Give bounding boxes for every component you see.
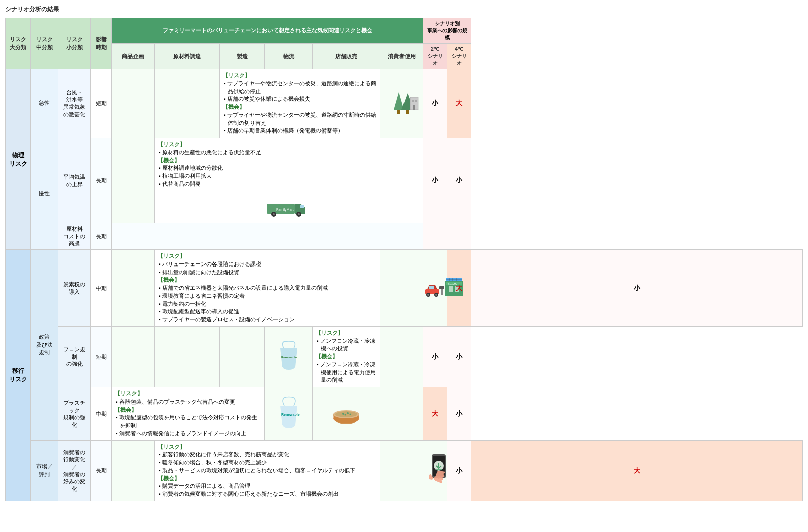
period-long2: 長期	[91, 223, 112, 250]
logistics-cell-5: Renewable	[265, 326, 313, 387]
table-row: 原材料コストの高騰 長期	[6, 223, 803, 250]
svg-text:Renewable: Renewable	[281, 413, 300, 416]
mid-cat-acute: 急性	[31, 69, 58, 138]
svg-rect-3	[406, 110, 409, 114]
minor-cat-typhoon: 台風・洪水等異常気象の激甚化	[58, 69, 91, 138]
header-scenario: シナリオ別事業への影響の規模	[423, 18, 471, 44]
svg-text:Renewable: Renewable	[281, 356, 297, 359]
scenario-2c-6: 大	[423, 387, 447, 441]
scenario-2c-1: 小	[423, 69, 447, 138]
header-major-cat: リスク大分類	[6, 18, 31, 69]
scenario-4c-5: 小	[447, 326, 471, 387]
period-long3: 長期	[91, 440, 112, 501]
svg-rect-29	[446, 278, 462, 281]
minor-cat-plastic: プラスチック規制の強化	[58, 387, 91, 441]
mfg-cell-5	[220, 326, 265, 387]
header-mfg: 製造	[220, 44, 265, 69]
consumer-cell-6	[380, 387, 423, 441]
consumer-cell-5	[380, 326, 423, 387]
mid-cat-market: 市場／評判	[31, 440, 58, 501]
content-cell-2: 【リスク】 原材料の生産性の悪化による供給量不足 【機会】 原材料調達地域の分散…	[155, 138, 423, 223]
product-cell-5	[112, 326, 155, 387]
content-cell-1: 【リスク】 サプライヤーや物流センターの被災、道路網の途絶による商品供給の停止 …	[220, 69, 380, 138]
svg-text:FamilyMart: FamilyMart	[276, 208, 294, 212]
product-cell-4	[112, 250, 155, 327]
product-cell-1	[112, 69, 155, 138]
table-row: 慢性 平均気温の上昇 長期 【リスク】 原材料の生産性の悪化による供給量不足 【…	[6, 138, 803, 223]
period-short1: 短期	[91, 69, 112, 138]
trees-icon	[384, 87, 419, 117]
mid-cat-policy: 政策及び法規制	[31, 250, 58, 441]
minor-cat-temp: 平均気温の上昇	[58, 138, 91, 223]
svg-rect-24	[439, 286, 444, 289]
table-row: 市場／評判 消費者の行動変化／消費者の好みの変化 長期 【リスク】 顧客行動の変…	[6, 440, 803, 501]
mid-cat-chronic: 慢性	[31, 138, 58, 250]
period-long1: 長期	[91, 138, 112, 223]
table-row: 移行リスク 政策及び法規制 炭素税の導入 中期 【リスク】 バリューチェーンの各…	[6, 250, 803, 327]
header-minor-cat: リスク小分類	[58, 18, 91, 69]
logistics-cell-6: Renewable	[265, 387, 313, 441]
page-title: シナリオ分析の結果	[5, 5, 803, 14]
scenario-4c-1: 大	[447, 69, 471, 138]
store-cell-6	[313, 387, 380, 441]
minor-cat-carbon: 炭素税の導入	[58, 250, 91, 327]
consumer-cell-4: FamilyMart	[423, 250, 447, 327]
table-row: フロン規制の強化 短期 Renewable 【リスク】 ノンフロン冷蔵・冷凍機へ…	[6, 326, 803, 387]
major-cat-physical: 物理リスク	[6, 69, 31, 250]
scenario-4c-7: 大	[471, 440, 803, 501]
scenario-4c-4: 小	[471, 250, 803, 327]
scenario-2c-5: 小	[423, 326, 447, 387]
material-cell-1	[155, 69, 220, 138]
bowl-icon	[330, 399, 363, 427]
svg-point-18	[427, 294, 429, 296]
scenario-4c-6: 小	[447, 387, 471, 441]
svg-rect-7	[413, 105, 415, 110]
major-cat-transition: 移行リスク	[6, 250, 31, 501]
svg-point-43	[349, 413, 351, 415]
svg-point-12	[273, 213, 275, 215]
header-material: 原材料調達	[155, 44, 220, 69]
scenario-4c-2: 小	[447, 138, 471, 223]
period-mid1: 中期	[91, 250, 112, 327]
product-cell-7	[112, 440, 155, 501]
renewable-bag-icon: Renewable	[275, 396, 303, 429]
merged-cell	[112, 223, 423, 250]
store-cell-5: 【リスク】 ノンフロン冷蔵・冷凍機への投資 【機会】 ノンフロン冷蔵・冷凍機使用…	[313, 326, 380, 387]
content-cell-4: 【リスク】 バリューチェーンの各段階における課税 排出量の削減に向けた設備投資 …	[155, 250, 380, 327]
header-value-chain: ファミリーマートのバリューチェーンにおいて想定される主な気候関連リスクと機会	[112, 18, 423, 44]
svg-point-42	[344, 414, 346, 415]
svg-rect-6	[415, 100, 417, 102]
svg-rect-22	[429, 286, 434, 289]
phone-icon	[424, 452, 452, 487]
header-row-main: リスク大分類 リスク中分類 リスク小分類 影響時期 ファミリーマートのバリューチ…	[6, 18, 803, 44]
svg-rect-5	[412, 100, 414, 102]
header-store: 店舗販売	[313, 44, 380, 69]
svg-point-41	[347, 412, 349, 414]
svg-point-20	[435, 294, 437, 296]
minor-cat-consumer: 消費者の行動変化／消費者の好みの変化	[58, 440, 91, 501]
svg-point-14	[298, 213, 300, 215]
period-short2: 短期	[91, 326, 112, 387]
period-mid2: 中期	[91, 387, 112, 441]
header-4c: 4℃シナリオ	[447, 44, 471, 69]
header-2c: 2℃シナリオ	[423, 44, 447, 69]
consumer-cell-1	[380, 69, 423, 138]
header-logistics: 物流	[265, 44, 313, 69]
table-row: 物理リスク 急性 台風・洪水等異常気象の激甚化 短期 【リスク】 サプライヤーや…	[6, 69, 803, 138]
product-cell-2	[112, 138, 155, 223]
truck-icon: FamilyMart	[266, 198, 311, 218]
scenario-2c-3	[423, 223, 447, 250]
bag-icon: Renewable	[276, 341, 301, 371]
header-product: 商品企画	[112, 44, 155, 69]
svg-point-40	[342, 413, 344, 415]
svg-point-39	[335, 411, 357, 417]
scenario-2c-2: 小	[423, 138, 447, 223]
header-consumer: 消費者使用	[380, 44, 423, 69]
material-cell-5	[155, 326, 220, 387]
header-row-sub: 商品企画 原材料調達 製造 物流 店舗販売 消費者使用 2℃シナリオ 4℃シナリ…	[6, 44, 803, 69]
store-cell-4	[380, 250, 423, 327]
table-row: プラスチック規制の強化 中期 【リスク】 容器包装、備品のプラスチック代替品への…	[6, 387, 803, 441]
minor-cat-cost: 原材料コストの高騰	[58, 223, 91, 250]
scenario-4c-3	[447, 223, 471, 250]
minor-cat-flon: フロン規制の強化	[58, 326, 91, 387]
